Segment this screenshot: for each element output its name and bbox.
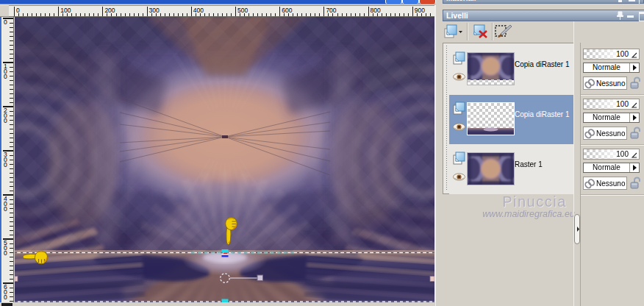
svg-text:0: 0	[4, 73, 7, 80]
svg-text:900: 900	[415, 7, 425, 14]
svg-text:700: 700	[326, 7, 336, 14]
svg-text:0: 0	[4, 117, 7, 124]
svg-text:600: 600	[282, 7, 292, 14]
svg-text:0: 0	[4, 18, 7, 26]
svg-text:0: 0	[16, 7, 20, 14]
svg-text:800: 800	[371, 7, 381, 14]
svg-text:200: 200	[104, 7, 115, 14]
svg-text:400: 400	[193, 7, 204, 14]
svg-text:0: 0	[4, 161, 7, 168]
svg-text:500: 500	[237, 7, 248, 14]
svg-text:100: 100	[60, 7, 71, 14]
svg-text:0: 0	[4, 249, 7, 257]
svg-text:0: 0	[4, 293, 7, 301]
svg-text:300: 300	[149, 7, 160, 14]
svg-text:0: 0	[4, 205, 7, 213]
